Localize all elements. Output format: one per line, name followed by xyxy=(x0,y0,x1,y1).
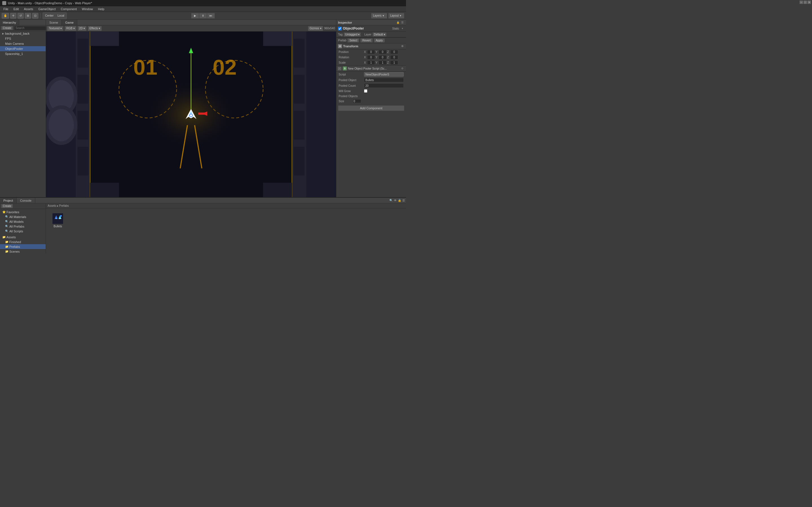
rot-x-input[interactable] xyxy=(367,55,375,59)
prefab-apply-btn[interactable]: Apply xyxy=(374,38,385,43)
layout-dropdown[interactable]: Layout xyxy=(388,13,404,18)
pooled-object-value[interactable]: Bullets xyxy=(364,78,404,82)
color-space-dropdown[interactable]: RGB xyxy=(64,26,76,31)
game-tab[interactable]: Game xyxy=(62,20,77,25)
add-component-btn[interactable]: Add Component xyxy=(338,105,404,111)
gizmos-dropdown[interactable]: Gizmos xyxy=(308,26,323,31)
main-layout: Hierarchy Create ▶ background_back FPS M… xyxy=(0,20,406,197)
all-materials-item[interactable]: 🔍 All Materials xyxy=(0,214,46,219)
script-value[interactable]: NewObjectPoolerS xyxy=(364,72,404,76)
all-scripts-item[interactable]: 🔍 All Scripts xyxy=(0,229,46,233)
transform-icon: ⊕ xyxy=(338,44,342,48)
hierarchy-tab[interactable]: Hierarchy xyxy=(0,20,19,25)
bullets-asset[interactable]: Bullets xyxy=(49,212,66,229)
menu-edit[interactable]: Edit xyxy=(11,7,21,11)
script-component-header[interactable]: ✓ B New Object Pooler Script (Sc... ⚙ xyxy=(336,65,406,71)
hier-item-object-pooler[interactable]: ObjectPooler xyxy=(0,46,46,51)
move-tool[interactable]: ✛ xyxy=(10,13,16,18)
rot-z-input[interactable] xyxy=(390,55,398,59)
scale-x-input[interactable] xyxy=(367,61,375,65)
all-prefabs-item[interactable]: 🔍 All Prefabs xyxy=(0,224,46,229)
scale-label: Scale xyxy=(339,61,364,64)
menu-help[interactable]: Help xyxy=(96,7,107,11)
search-icon: 🔍 xyxy=(5,225,8,228)
local-btn[interactable]: Local xyxy=(56,13,66,18)
hier-item-background[interactable]: ▶ background_back xyxy=(0,31,46,36)
pos-x-field: X xyxy=(364,50,375,54)
hand-tool[interactable]: ✋ xyxy=(2,13,9,18)
menu-gameobject[interactable]: GameObject xyxy=(36,7,58,11)
size-input[interactable] xyxy=(353,99,361,103)
menu-assets[interactable]: Assets xyxy=(22,7,36,11)
bottom-menu-icon[interactable]: ☰ xyxy=(402,199,405,202)
finished-folder[interactable]: 📁 Finished xyxy=(0,239,46,244)
will-grow-label: Will Grow xyxy=(339,90,364,93)
svg-rect-5 xyxy=(78,75,88,103)
bottom-lock-icon[interactable]: 🔒 xyxy=(398,199,401,202)
2d-btn[interactable]: 2D xyxy=(78,26,87,31)
object-active-checkbox[interactable] xyxy=(338,27,342,31)
center-btn[interactable]: Center xyxy=(43,13,55,18)
prefab-select-btn[interactable]: Select xyxy=(347,38,359,43)
static-dropdown-icon[interactable]: ▾ xyxy=(400,26,404,31)
inspector-menu-icon[interactable]: ☰ xyxy=(400,20,404,24)
svg-rect-40 xyxy=(90,32,119,46)
object-name-display[interactable]: ObjectPooler xyxy=(343,26,391,31)
transform-section[interactable]: ⊕ Transform ⚙ xyxy=(336,43,406,49)
scenes-folder[interactable]: 📁 Scenes xyxy=(0,249,46,253)
hier-item-spaceship[interactable]: Spaceship_1 xyxy=(0,51,46,56)
script-enabled-checkbox[interactable]: ✓ xyxy=(338,67,341,70)
pooled-count-value[interactable]: 20 xyxy=(364,83,404,88)
layer-dropdown[interactable]: Default xyxy=(372,33,386,37)
bottom-eye-icon[interactable]: 👁 xyxy=(394,199,397,202)
rotate-tool[interactable]: ↺ xyxy=(17,13,24,18)
assets-folder[interactable]: 📁 Assets xyxy=(0,235,46,239)
prefabs-folder[interactable]: 📁 Prefabs xyxy=(0,244,46,249)
hierarchy-create-btn[interactable]: Create xyxy=(1,26,13,30)
step-button[interactable]: ⏭ xyxy=(207,13,215,18)
project-tree: ⭐ Favorites 🔍 All Materials 🔍 All Models… xyxy=(0,209,46,253)
svg-rect-41 xyxy=(263,32,292,46)
rect-tool[interactable]: ⊡ xyxy=(32,13,38,18)
transform-settings-icon[interactable]: ⚙ xyxy=(400,44,404,48)
x-label: X xyxy=(364,61,367,64)
rot-y-input[interactable] xyxy=(378,55,387,59)
inspector-lock-icon[interactable]: 🔒 xyxy=(396,20,400,24)
favorites-label: Favorites xyxy=(6,210,19,214)
render-mode-dropdown[interactable]: Textured xyxy=(47,26,63,31)
menu-file[interactable]: File xyxy=(1,7,11,11)
pause-button[interactable]: ⏸ xyxy=(199,13,207,18)
static-label: Static xyxy=(392,27,399,30)
project-tab[interactable]: Project xyxy=(0,198,17,203)
console-tab[interactable]: Console xyxy=(17,198,35,203)
hierarchy-items: ▶ background_back FPS Main Camera Object… xyxy=(0,31,46,56)
position-label: Position xyxy=(339,50,364,54)
will-grow-checkbox[interactable] xyxy=(364,89,367,93)
scale-y-input[interactable] xyxy=(378,61,387,65)
pos-x-input[interactable] xyxy=(367,50,375,54)
scene-tab[interactable]: Scene xyxy=(46,20,62,25)
rot-z-field: Z xyxy=(387,55,398,59)
prefab-revert-btn[interactable]: Revert xyxy=(360,38,372,43)
play-button[interactable]: ▶ xyxy=(191,13,199,18)
bottom-search-icon[interactable]: 🔍 xyxy=(389,199,393,202)
pos-z-input[interactable] xyxy=(390,50,398,54)
hier-item-main-camera[interactable]: Main Camera xyxy=(0,41,46,46)
hier-item-fps[interactable]: FPS xyxy=(0,36,46,41)
script-settings-icon[interactable]: ⚙ xyxy=(400,66,404,70)
layers-dropdown[interactable]: Layers xyxy=(371,13,387,18)
menu-window[interactable]: Window xyxy=(80,7,95,11)
hier-item-label: Spaceship_1 xyxy=(5,52,23,55)
all-models-item[interactable]: 🔍 All Models xyxy=(0,219,46,224)
tag-dropdown[interactable]: Untagged xyxy=(344,33,361,37)
scale-tool[interactable]: ⊞ xyxy=(25,13,31,18)
favorites-folder[interactable]: ⭐ Favorites xyxy=(0,210,46,214)
bullets-icon xyxy=(52,213,63,224)
scale-z-input[interactable] xyxy=(390,61,398,65)
pos-y-input[interactable] xyxy=(378,50,387,54)
svg-rect-10 xyxy=(294,75,305,103)
game-view-canvas[interactable]: 01 02 xyxy=(46,32,336,197)
effects-dropdown[interactable]: Effects xyxy=(88,26,102,31)
menu-component[interactable]: Component xyxy=(58,7,79,11)
project-create-btn[interactable]: Create xyxy=(1,204,13,208)
